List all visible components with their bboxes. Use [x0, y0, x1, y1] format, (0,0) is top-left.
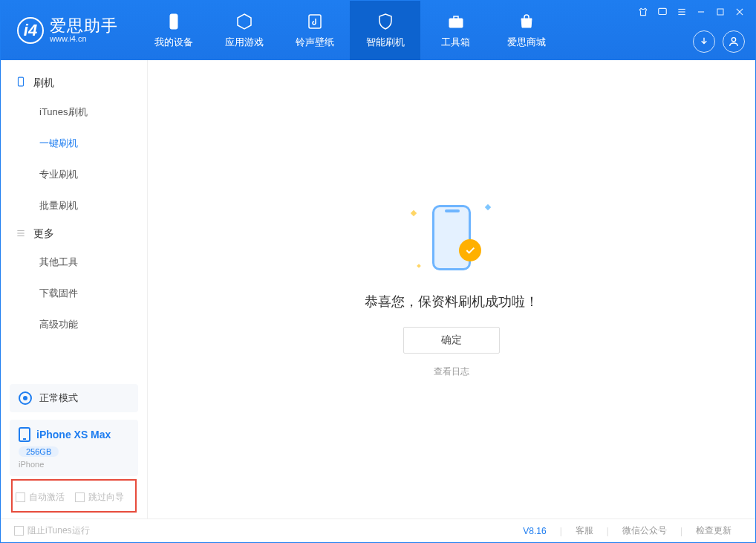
sidebar-item-advanced[interactable]: 高级功能 — [39, 309, 147, 340]
user-button[interactable] — [723, 30, 745, 53]
success-message: 恭喜您，保资料刷机成功啦！ — [365, 293, 538, 310]
feedback-icon[interactable] — [654, 5, 671, 19]
sidebar-item-pro[interactable]: 专业刷机 — [39, 159, 147, 190]
nav-tabs: 我的设备 应用游戏 铃声壁纸 智能刷机 工具箱 爱思商城 — [138, 1, 561, 60]
nav-label: 工具箱 — [441, 36, 470, 49]
check-icon — [459, 239, 481, 261]
list-icon — [16, 228, 26, 241]
view-log-link[interactable]: 查看日志 — [434, 365, 469, 378]
skin-icon[interactable] — [635, 5, 651, 19]
svg-point-12 — [731, 38, 735, 42]
nav-label: 我的设备 — [154, 36, 193, 49]
nav-label: 应用游戏 — [225, 36, 264, 49]
app-header: i4 爱思助手 www.i4.cn 我的设备 应用游戏 铃声壁纸 智能刷机 工具… — [1, 1, 755, 60]
nav-ringtone[interactable]: 铃声壁纸 — [279, 1, 350, 60]
logo-icon: i4 — [17, 17, 44, 44]
mode-icon — [19, 391, 32, 405]
device-icon — [164, 12, 183, 31]
device-capacity: 256GB — [19, 446, 59, 457]
sidebar-group-flash[interactable]: 刷机 — [1, 69, 147, 97]
cube-icon — [235, 12, 254, 31]
svg-rect-0 — [170, 14, 177, 29]
svg-rect-3 — [454, 16, 458, 19]
sidebar-item-other[interactable]: 其他工具 — [39, 247, 147, 278]
nav-apps[interactable]: 应用游戏 — [209, 1, 279, 60]
phone-icon — [16, 75, 26, 91]
header-actions — [693, 30, 745, 53]
footer-link-wechat[interactable]: 微信公众号 — [612, 524, 677, 537]
minimize-button[interactable] — [693, 5, 709, 19]
group-title: 更多 — [33, 227, 54, 241]
nav-flash[interactable]: 智能刷机 — [350, 1, 420, 60]
phone-icon — [19, 427, 30, 442]
app-url: www.i4.cn — [50, 34, 118, 43]
main-content: 恭喜您，保资料刷机成功啦！ 确定 查看日志 — [148, 60, 755, 518]
sidebar-item-itunes[interactable]: iTunes刷机 — [39, 97, 147, 128]
footer-link-support[interactable]: 客服 — [565, 524, 604, 537]
device-card[interactable]: iPhone XS Max 256GB iPhone — [10, 420, 138, 476]
ok-button[interactable]: 确定 — [403, 327, 500, 354]
menu-icon[interactable] — [674, 5, 690, 19]
mode-label: 正常模式 — [39, 391, 78, 405]
toolbox-icon — [446, 12, 466, 31]
app-name: 爱思助手 — [50, 18, 118, 34]
window-controls — [635, 5, 748, 19]
sidebar-item-oneclick[interactable]: 一键刷机 — [39, 128, 147, 159]
download-button[interactable] — [693, 30, 715, 53]
logo: i4 爱思助手 www.i4.cn — [1, 17, 138, 44]
group-title: 刷机 — [33, 77, 54, 90]
svg-rect-13 — [19, 77, 24, 86]
sidebar: 刷机 iTunes刷机 一键刷机 专业刷机 批量刷机 更多 其他工具 下载固件 … — [1, 60, 148, 518]
svg-rect-1 — [309, 15, 321, 28]
block-itunes-checkbox[interactable]: 阻止iTunes运行 — [14, 524, 90, 537]
device-name: iPhone XS Max — [36, 429, 111, 440]
mode-card[interactable]: 正常模式 — [10, 384, 138, 412]
footer: 阻止iTunes运行 V8.16 | 客服 | 微信公众号 | 检查更新 — [1, 518, 755, 542]
options-row: 自动激活 跳过向导 — [11, 479, 137, 513]
success-illustration — [407, 201, 496, 275]
auto-activate-checkbox[interactable]: 自动激活 — [16, 491, 65, 504]
footer-link-update[interactable]: 检查更新 — [685, 524, 742, 537]
music-icon — [305, 12, 325, 31]
close-button[interactable] — [731, 5, 748, 19]
nav-label: 爱思商城 — [507, 36, 546, 49]
maximize-button[interactable] — [712, 5, 729, 19]
version-label: V8.16 — [523, 526, 556, 536]
shield-icon — [376, 12, 395, 31]
nav-label: 铃声壁纸 — [296, 36, 334, 49]
skip-guide-checkbox[interactable]: 跳过向导 — [75, 491, 124, 504]
device-type: iPhone — [19, 460, 129, 469]
nav-label: 智能刷机 — [366, 36, 405, 49]
svg-rect-9 — [717, 9, 723, 15]
bag-icon — [517, 12, 536, 31]
nav-my-device[interactable]: 我的设备 — [138, 1, 209, 60]
nav-toolbox[interactable]: 工具箱 — [420, 1, 491, 60]
nav-store[interactable]: 爱思商城 — [491, 1, 561, 60]
svg-rect-4 — [659, 8, 667, 14]
sidebar-item-firmware[interactable]: 下载固件 — [39, 278, 147, 309]
sidebar-item-batch[interactable]: 批量刷机 — [39, 190, 147, 221]
svg-rect-2 — [449, 19, 463, 27]
sidebar-group-more[interactable]: 更多 — [1, 221, 147, 247]
